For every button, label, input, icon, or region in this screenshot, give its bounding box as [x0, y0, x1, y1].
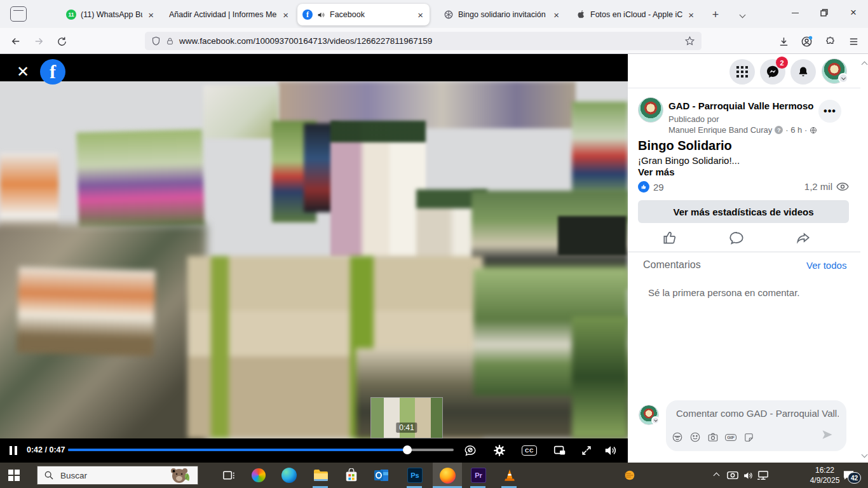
outlook-icon[interactable] — [374, 467, 390, 484]
facebook-logo[interactable]: f — [40, 59, 65, 85]
microsoft-store-icon[interactable] — [343, 467, 360, 484]
emoji-icon[interactable] — [689, 431, 702, 444]
post-more-options-button[interactable]: ••• — [818, 100, 841, 123]
close-tab-icon[interactable]: × — [147, 10, 155, 20]
menu-icon[interactable] — [845, 33, 862, 50]
close-video-icon[interactable]: ✕ — [15, 64, 31, 79]
address-bar[interactable]: www.facebook.com/100093700164713/videos/… — [145, 32, 702, 50]
messenger-icon[interactable]: 2 — [760, 59, 785, 85]
edge-icon[interactable] — [281, 467, 297, 484]
tray-volume-icon[interactable] — [740, 467, 756, 484]
composer-placeholder[interactable]: Comentar como GAD - Parroquial Vall... — [676, 408, 839, 419]
downloads-icon[interactable] — [775, 33, 792, 50]
url-text[interactable]: www.facebook.com/100093700164713/videos/… — [179, 36, 432, 46]
pause-button[interactable] — [5, 442, 22, 459]
taskbar-search[interactable]: Buscar — [37, 466, 198, 485]
firefox-icon[interactable] — [439, 467, 456, 484]
weather-icon[interactable] — [621, 467, 638, 484]
chevron-down-icon[interactable] — [838, 73, 848, 83]
tray-expand-icon[interactable] — [708, 467, 724, 484]
account-icon[interactable] — [798, 33, 815, 50]
see-more-link[interactable]: Ver más — [638, 166, 675, 177]
tab-facebook[interactable]: f Facebook × — [297, 4, 430, 25]
author-name[interactable]: Manuel Enrique Band Curay — [668, 125, 772, 135]
browser-nav-bar: www.facebook.com/100093700164713/videos/… — [0, 28, 868, 54]
premiere-icon[interactable]: Pr — [470, 467, 487, 484]
back-button[interactable] — [8, 33, 24, 50]
gif-icon[interactable]: GIF — [724, 431, 737, 444]
messenger-badge: 2 — [776, 57, 788, 69]
volume-icon[interactable] — [602, 442, 619, 459]
vlc-icon[interactable] — [501, 467, 518, 484]
like-button[interactable] — [661, 229, 678, 248]
post-time[interactable]: · 6 h · — [785, 125, 807, 135]
sticker-icon[interactable] — [742, 431, 755, 444]
start-button[interactable] — [8, 470, 20, 481]
bookmark-star-icon[interactable] — [684, 36, 695, 46]
collage-photo — [330, 121, 426, 257]
page-content: ✕ f 0:41 — [0, 54, 868, 463]
shield-icon[interactable] — [151, 36, 161, 46]
search-placeholder: Buscar — [60, 471, 87, 480]
page-avatar[interactable] — [638, 97, 663, 123]
camera-icon[interactable] — [707, 431, 719, 444]
network-icon[interactable] — [755, 467, 771, 484]
notifications-bell-icon[interactable] — [790, 59, 816, 85]
tab-bingo[interactable]: Bingo solidario invitación × — [438, 4, 566, 25]
close-tab-icon[interactable]: × — [281, 10, 290, 20]
comments-disabled-icon[interactable] — [462, 442, 478, 459]
restore-icon — [820, 9, 828, 17]
facebook-sidebar: 2 GAD - Parroquial Valle Hermoso Publica… — [628, 54, 868, 463]
composer-avatar-chevron-icon[interactable] — [651, 416, 660, 424]
file-explorer-icon[interactable] — [313, 467, 329, 484]
apple-icon — [576, 10, 586, 20]
minimize-window-button[interactable] — [780, 0, 810, 25]
close-window-button[interactable]: × — [839, 0, 868, 25]
tab-whatsapp[interactable]: 11 (11) WhatsApp Business × — [61, 4, 160, 25]
screen: 11 (11) WhatsApp Business × Añadir Activ… — [0, 0, 868, 488]
extensions-icon[interactable] — [822, 33, 838, 50]
close-tab-icon[interactable]: × — [416, 10, 424, 20]
forward-button[interactable] — [31, 33, 47, 50]
tab-informes[interactable]: Añadir Actividad | Informes Mens × — [164, 4, 295, 25]
photoshop-icon[interactable]: Ps — [407, 467, 423, 484]
video-player[interactable]: ✕ f 0:41 — [0, 54, 628, 463]
scrollbar-down-arrow[interactable] — [860, 451, 868, 461]
video-seek-handle[interactable] — [403, 445, 412, 454]
comment-composer[interactable]: Comentar como GAD - Parroquial Vall... G… — [666, 400, 846, 451]
fullscreen-icon[interactable] — [578, 442, 595, 459]
task-view-icon[interactable] — [221, 467, 238, 484]
scrollbar-up-arrow[interactable] — [860, 59, 868, 69]
apps-grid-icon[interactable] — [729, 59, 755, 85]
lock-icon[interactable] — [166, 36, 174, 46]
see-all-comments-link[interactable]: Ver todos — [806, 260, 846, 271]
new-tab-button[interactable]: + — [707, 6, 724, 23]
video-stats-button[interactable]: Ver más estadísticas de videos — [638, 200, 849, 223]
send-comment-icon[interactable] — [821, 428, 834, 441]
firefox-view-button[interactable] — [10, 6, 27, 22]
help-question-icon[interactable]: ? — [775, 126, 783, 134]
video-seek-bar[interactable] — [68, 449, 454, 451]
copilot-icon[interactable] — [250, 467, 267, 484]
collage-photo — [17, 267, 155, 356]
picture-in-picture-icon[interactable] — [552, 442, 568, 459]
notification-center-icon[interactable]: 42 — [840, 467, 857, 484]
settings-gear-icon[interactable] — [491, 442, 508, 459]
restore-window-button[interactable] — [810, 0, 839, 25]
reload-button[interactable] — [53, 33, 70, 50]
avatar-sticker-icon[interactable] — [671, 431, 684, 444]
page-name[interactable]: GAD - Parroquial Valle Hermoso — [668, 100, 813, 111]
close-tab-icon[interactable]: × — [687, 10, 695, 20]
video-frame[interactable] — [0, 81, 628, 438]
view-count: 1,2 mil — [804, 181, 832, 192]
captions-button[interactable]: CC — [521, 442, 538, 459]
tab-title: Añadir Actividad | Informes Mens — [169, 10, 277, 19]
post-title: Bingo Solidario — [638, 139, 732, 153]
tab-audio-icon[interactable] — [317, 11, 325, 19]
screen-record-icon[interactable] — [724, 467, 741, 484]
tab-icloud[interactable]: Fotos en iCloud - Apple iClou × — [571, 4, 700, 25]
close-tab-icon[interactable]: × — [552, 10, 560, 20]
list-all-tabs-button[interactable] — [734, 6, 750, 23]
comment-button[interactable] — [728, 229, 745, 248]
share-button[interactable] — [795, 229, 811, 248]
